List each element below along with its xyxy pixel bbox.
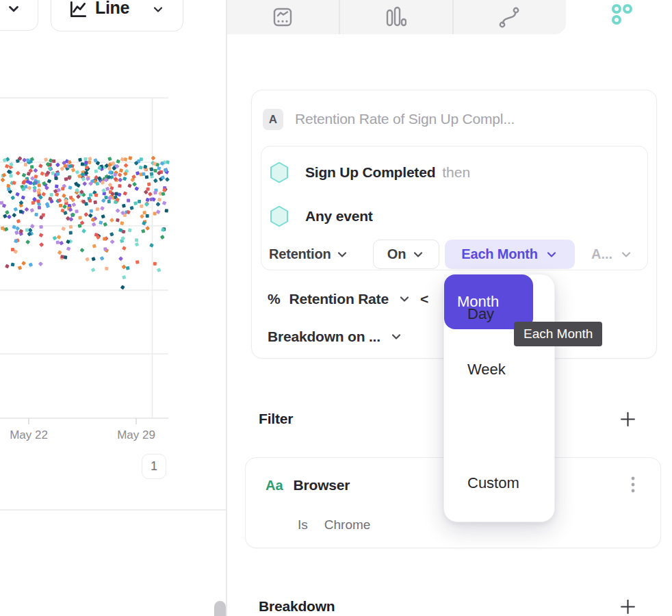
breakdown-heading: Breakdown: [259, 598, 335, 615]
scatter-dots: [0, 155, 170, 290]
truncated-dropdown[interactable]: A...: [591, 240, 633, 269]
filter-menu-button[interactable]: [628, 475, 638, 496]
add-breakdown-button[interactable]: [619, 598, 636, 615]
series-badge: A: [263, 109, 283, 130]
scrollbar-thumb[interactable]: [214, 601, 226, 616]
event-row-2[interactable]: Any event: [270, 204, 373, 229]
measure-row: % Retention Rate <: [268, 288, 428, 310]
chevron-down-icon: [151, 3, 165, 16]
tab-retention-view-active[interactable]: [611, 3, 633, 25]
pagination-page-1-button[interactable]: 1: [142, 454, 166, 479]
tab-divider: [339, 0, 340, 34]
filter-value: Chrome: [324, 517, 371, 532]
chevron-down-icon: [398, 292, 411, 306]
breakdown-on-label: Breakdown on ...: [268, 329, 380, 345]
event-hexagon-icon: [270, 162, 289, 183]
breakdown-on-dropdown[interactable]: Breakdown on ...: [268, 326, 403, 348]
x-axis-ticks: [29, 418, 136, 424]
event-then-label: then: [442, 164, 470, 181]
menu-item-custom[interactable]: Custom: [444, 464, 554, 502]
add-filter-button[interactable]: [619, 411, 636, 428]
chevron-down-icon: [389, 330, 403, 344]
filter-card-header: Aa Browser: [266, 475, 350, 496]
x-tick-label: May 22: [10, 428, 48, 442]
menu-item-week[interactable]: Week: [444, 350, 554, 389]
columns-icon: [385, 6, 406, 28]
string-type-icon: Aa: [266, 478, 283, 493]
chevron-down-icon: [6, 1, 21, 16]
event-name: Sign Up Completed: [305, 164, 435, 181]
chevron-down-icon: [619, 248, 633, 261]
event-name: Any event: [305, 208, 373, 224]
filter-condition[interactable]: Is Chrome: [298, 517, 370, 533]
view-tab-bar: [227, 0, 566, 34]
retention-scatter-chart: [0, 89, 171, 428]
filter-property[interactable]: Browser: [294, 477, 350, 493]
chart-gridlines: [0, 98, 168, 418]
chevron-down-icon: [335, 248, 349, 261]
events-group: Sign Up Completed then Any event Retenti…: [261, 146, 648, 270]
collapsed-dropdown-button[interactable]: [0, 0, 38, 31]
retention-label: Retention: [269, 246, 331, 262]
event-hexagon-icon: [270, 205, 289, 227]
query-title[interactable]: Retention Rate of Sign Up Compl...: [295, 111, 515, 127]
line-chart-icon: [68, 0, 88, 20]
retention-dropdown[interactable]: Retention: [269, 240, 349, 269]
measure-dropdown[interactable]: Retention Rate: [289, 291, 388, 307]
dots-grid-icon: [611, 3, 633, 25]
period-label: Each Month: [461, 246, 537, 262]
period-dropdown[interactable]: Each Month: [445, 240, 575, 269]
x-tick-label: May 29: [117, 428, 155, 442]
comparison-operator: <: [420, 291, 428, 307]
flow-path-icon: [498, 6, 520, 28]
chevron-down-icon: [411, 248, 425, 261]
chevron-down-icon: [545, 248, 558, 261]
tab-columns-view[interactable]: [385, 6, 406, 28]
period-tooltip: Each Month: [514, 322, 602, 346]
app-window: Line May 22 May 29 1: [0, 0, 672, 616]
truncated-label: A...: [591, 246, 612, 262]
filter-operator: Is: [298, 517, 308, 532]
period-menu: Day Week Month Custom: [443, 274, 555, 522]
left-panel-divider: [0, 509, 226, 511]
chart-frame-icon: [272, 6, 294, 28]
chart-type-button[interactable]: Line: [51, 0, 183, 31]
event-row-1[interactable]: Sign Up Completed then: [270, 160, 470, 185]
tab-chart-view[interactable]: [272, 6, 294, 28]
on-dropdown[interactable]: On: [373, 240, 439, 269]
tab-flow-view[interactable]: [498, 6, 520, 28]
panel-divider: [226, 0, 227, 616]
percent-symbol: %: [268, 291, 280, 307]
tab-divider: [452, 0, 454, 34]
chart-type-label: Line: [95, 0, 129, 18]
on-label: On: [387, 246, 406, 262]
filter-heading: Filter: [259, 411, 293, 427]
